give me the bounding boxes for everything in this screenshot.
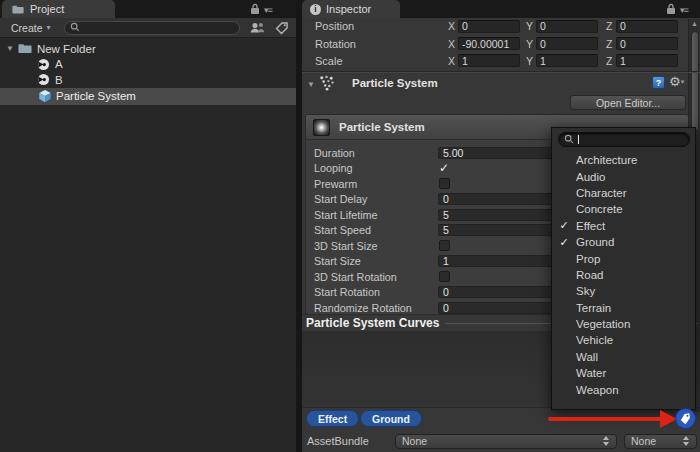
tree-item-particle-system[interactable]: Particle System: [0, 88, 296, 105]
label-item-ground[interactable]: ✓Ground: [552, 234, 695, 250]
tab-inspector[interactable]: i Inspector: [302, 0, 400, 18]
label-item-sky[interactable]: Sky: [552, 283, 695, 299]
scale-z-field[interactable]: [616, 54, 678, 67]
field-label: Rotation: [315, 38, 356, 50]
inspector-tab-label: Inspector: [326, 3, 371, 15]
property-label: Looping: [314, 162, 352, 174]
folder-icon: [18, 42, 33, 56]
rotation-y-field[interactable]: [536, 37, 598, 50]
variant-value: None: [631, 435, 683, 447]
labels-filter-button[interactable]: [270, 20, 294, 36]
foldout-caret-icon[interactable]: ▼: [6, 44, 14, 53]
label-item-effect[interactable]: ✓Effect: [552, 218, 695, 234]
popup-stepper-icon: [683, 436, 690, 446]
tree-item-a[interactable]: A: [0, 57, 296, 73]
axis-x-label: X: [448, 20, 455, 32]
unity-editor-window: Project ▾≡ Create ▾: [0, 0, 700, 452]
project-search[interactable]: [64, 21, 240, 35]
assetbundle-dropdown[interactable]: None: [395, 434, 617, 449]
label-search-input[interactable]: [579, 134, 689, 146]
position-y-field[interactable]: [536, 20, 598, 33]
label-item-water[interactable]: Water: [552, 365, 695, 381]
label-list: Architecture Audio Character Concrete ✓E…: [552, 152, 695, 398]
component-gear-menu[interactable]: ⚙ ▾: [669, 75, 684, 88]
tag-icon: [678, 411, 693, 426]
scale-y-field[interactable]: [536, 54, 598, 67]
position-z-field[interactable]: [616, 20, 678, 33]
looping-checkbox-checked[interactable]: ✓: [439, 161, 449, 175]
3d-start-rotation-checkbox[interactable]: [439, 271, 450, 282]
label-item-prop[interactable]: Prop: [552, 250, 695, 266]
axis-z-label: Z: [606, 55, 612, 67]
assetbundle-variant-dropdown[interactable]: None: [624, 434, 697, 449]
transform-row-position: Position X Y Z: [302, 19, 700, 33]
label-item-road[interactable]: Road: [552, 267, 695, 283]
project-toolbar: Create ▾: [0, 18, 296, 38]
assetbundle-value: None: [402, 435, 603, 447]
popup-stepper-icon: [603, 436, 610, 446]
label-item-vegetation[interactable]: Vegetation: [552, 316, 695, 332]
asset-label-pill-effect[interactable]: Effect: [306, 410, 359, 427]
assetbundle-label: AssetBundle: [307, 435, 369, 447]
inspector-tab-strip: i Inspector ▾≡: [302, 0, 700, 18]
field-label: Scale: [315, 55, 343, 67]
tree-item-label: A: [55, 58, 63, 70]
particle-system-component-header[interactable]: ▼ Particle System ? ⚙ ▾: [302, 74, 700, 94]
tag-icon: [275, 21, 289, 35]
tab-project[interactable]: Project: [2, 0, 115, 18]
scale-x-field[interactable]: [458, 54, 520, 67]
label-item-architecture[interactable]: Architecture: [552, 152, 695, 168]
label-item-character[interactable]: Character: [552, 185, 695, 201]
folder-tab-icon: [10, 2, 25, 16]
rotation-z-field[interactable]: [616, 37, 678, 50]
particle-system-icon: [318, 75, 335, 94]
label-item-concrete[interactable]: Concrete: [552, 201, 695, 217]
property-label: Start Rotation: [314, 286, 380, 298]
component-separator: [302, 71, 700, 73]
pill-label: Ground: [372, 413, 410, 425]
transform-row-rotation: Rotation X Y Z: [302, 37, 700, 51]
field-label: Position: [315, 20, 354, 32]
module-title: Particle System: [339, 121, 425, 133]
label-search[interactable]: [558, 132, 690, 147]
create-button[interactable]: Create ▾: [5, 20, 57, 35]
label-item-wall[interactable]: Wall: [552, 349, 695, 365]
position-x-field[interactable]: [458, 20, 520, 33]
panel-menu-icon[interactable]: ▾≡: [264, 5, 272, 15]
curves-title: Particle System Curves: [306, 316, 439, 330]
label-item-terrain[interactable]: Terrain: [552, 300, 695, 316]
open-editor-button[interactable]: Open Editor...: [570, 95, 686, 110]
panel-menu-icon[interactable]: ▾≡: [680, 5, 688, 15]
property-label: 3D Start Rotation: [314, 271, 397, 283]
asset-label-pill-ground[interactable]: Ground: [360, 410, 422, 427]
help-icon[interactable]: ?: [652, 76, 665, 89]
prewarm-checkbox[interactable]: [439, 178, 450, 189]
label-item-audio[interactable]: Audio: [552, 168, 695, 184]
project-search-input[interactable]: [80, 22, 239, 34]
axis-x-label: X: [448, 55, 455, 67]
label-item-vehicle[interactable]: Vehicle: [552, 332, 695, 348]
3d-start-size-checkbox[interactable]: [439, 240, 450, 251]
tree-item-b[interactable]: B: [0, 72, 296, 88]
person-icon: [249, 21, 266, 34]
project-tab-label: Project: [30, 3, 64, 15]
property-label: Duration: [314, 147, 355, 159]
property-label: 3D Start Size: [314, 240, 378, 252]
rotation-x-field[interactable]: [458, 37, 520, 50]
property-label: Randomize Rotation: [314, 302, 412, 314]
search-icon: [564, 134, 574, 146]
favorites-filter-button[interactable]: [246, 20, 270, 36]
lock-icon[interactable]: [666, 3, 676, 17]
create-caret-icon: ▾: [47, 23, 51, 32]
axis-z-label: Z: [606, 38, 612, 50]
asset-label-tag-button[interactable]: [675, 408, 696, 429]
info-icon: i: [310, 4, 321, 15]
label-item-weapon[interactable]: Weapon: [552, 381, 695, 397]
lock-icon[interactable]: [250, 3, 260, 17]
component-foldout-icon[interactable]: ▼: [307, 80, 315, 89]
open-editor-label: Open Editor...: [596, 97, 660, 109]
assetbundle-row: AssetBundle None None: [302, 430, 700, 452]
axis-y-label: Y: [526, 20, 533, 32]
tree-item-new-folder[interactable]: ▼ New Folder: [0, 41, 296, 57]
gear-caret-icon: ▾: [681, 78, 685, 86]
